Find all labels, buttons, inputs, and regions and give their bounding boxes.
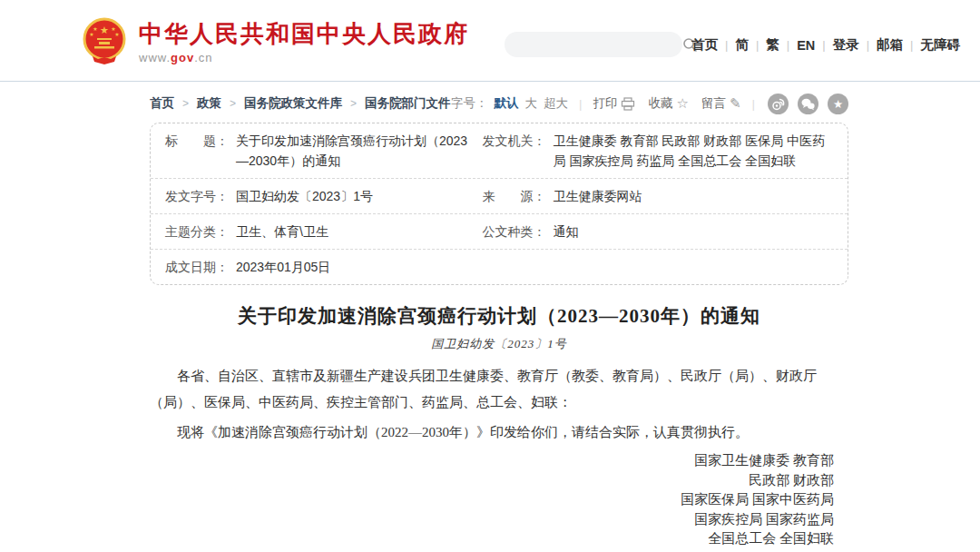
nav-english[interactable]: EN bbox=[797, 38, 815, 53]
font-size-xlarge[interactable]: 超大 bbox=[544, 95, 568, 112]
favorites-share-button[interactable]: ★ bbox=[828, 94, 848, 114]
nav-separator: | bbox=[822, 38, 825, 52]
breadcrumb-policy[interactable]: 政策 bbox=[197, 95, 221, 112]
font-size-large[interactable]: 大 bbox=[524, 95, 537, 112]
top-nav: 首页 | 简 | 繁 | EN | 登录 | 邮箱 | 无障碍 bbox=[691, 36, 960, 54]
nav-separator: | bbox=[756, 38, 759, 52]
url-gov: gov bbox=[171, 51, 194, 64]
meta-row-title-agency: 标 题： 关于印发加速消除宫颈癌行动计划（2023—2030年）的通知 发文机关… bbox=[151, 123, 848, 178]
meta-row-category-type: 主题分类： 卫生、体育\卫生 公文种类： 通知 bbox=[151, 213, 848, 249]
font-size-default[interactable]: 默认 bbox=[494, 95, 518, 112]
chevron-right-icon: > bbox=[182, 97, 189, 110]
comment-label: 留言 bbox=[701, 95, 726, 112]
document-title: 关于印发加速消除宫颈癌行动计划（2023—2030年）的通知 bbox=[150, 303, 848, 329]
meta-cell-category: 主题分类： 卫生、体育\卫生 bbox=[165, 214, 483, 249]
document-meta-table: 标 题： 关于印发加速消除宫颈癌行动计划（2023—2030年）的通知 发文机关… bbox=[150, 123, 848, 285]
nav-mail[interactable]: 邮箱 bbox=[877, 36, 903, 54]
breadcrumb: 首页 > 政策 > 国务院政策文件库 > 国务院部门文件 bbox=[150, 95, 451, 112]
star-icon: ☆ bbox=[676, 95, 688, 112]
site-header: ★ ★ ★ ★ ★ 中华人民共和国中央人民政府 www.gov.cn 首页 | … bbox=[0, 0, 980, 82]
meta-label-category: 主题分类： bbox=[165, 222, 229, 242]
nav-traditional[interactable]: 繁 bbox=[766, 36, 779, 54]
nav-separator: | bbox=[787, 38, 789, 52]
wechat-share-button[interactable] bbox=[798, 94, 818, 114]
print-button[interactable]: 打印 bbox=[593, 95, 635, 112]
chevron-right-icon: > bbox=[350, 97, 357, 110]
pencil-icon: ✎ bbox=[730, 95, 741, 112]
breadcrumb-home[interactable]: 首页 bbox=[150, 95, 174, 112]
meta-label-doc-type: 公文种类： bbox=[483, 222, 546, 242]
weibo-icon bbox=[768, 94, 789, 114]
site-url: www.gov.cn bbox=[139, 51, 469, 64]
print-label: 打印 bbox=[593, 95, 617, 112]
meta-cell-empty bbox=[483, 250, 833, 284]
meta-value-category: 卫生、体育\卫生 bbox=[236, 222, 328, 242]
url-www: www. bbox=[139, 51, 171, 64]
nav-simplified[interactable]: 简 bbox=[735, 36, 749, 54]
nav-separator: | bbox=[910, 38, 913, 52]
signature-line: 民政部 财政部 bbox=[150, 471, 834, 491]
share-group: ★ bbox=[768, 94, 848, 114]
document-paragraph: 各省、自治区、直辖市及新疆生产建设兵团卫生健康委、教育厅（教委、教育局）、民政厅… bbox=[150, 363, 848, 416]
signature-line: 国家医保局 国家中医药局 bbox=[150, 490, 834, 510]
font-size-control: 字号： 默认 大 超大 bbox=[451, 95, 568, 112]
signature-line: 国家卫生健康委 教育部 bbox=[150, 451, 834, 471]
breadcrumb-policy-library[interactable]: 国务院政策文件库 bbox=[244, 95, 342, 112]
star-circle-icon: ★ bbox=[828, 94, 848, 114]
printer-icon bbox=[621, 97, 635, 111]
national-emblem-icon: ★ ★ ★ ★ ★ bbox=[80, 16, 129, 67]
signature-line: 国家疾控局 国家药监局 bbox=[150, 510, 834, 530]
svg-text:★: ★ bbox=[89, 32, 93, 37]
svg-text:★: ★ bbox=[100, 25, 109, 35]
document-paragraph: 现将《加速消除宫颈癌行动计划（2022—2030年）》印发给你们，请结合实际，认… bbox=[150, 419, 848, 446]
site-title: 中华人民共和国中央人民政府 bbox=[139, 20, 469, 47]
meta-value-date: 2023年01月05日 bbox=[236, 257, 330, 277]
meta-cell-issuing-agency: 发文机关： 卫生健康委 教育部 民政部 财政部 医保局 中医药局 国家疾控局 药… bbox=[483, 123, 833, 178]
document-body: 关于印发加速消除宫颈癌行动计划（2023—2030年）的通知 国卫妇幼发〔202… bbox=[150, 303, 848, 552]
site-logo-link[interactable]: ★ ★ ★ ★ ★ 中华人民共和国中央人民政府 www.gov.cn bbox=[80, 16, 469, 67]
favorite-button[interactable]: 收藏 ☆ bbox=[648, 95, 688, 112]
meta-row-date: 成文日期： 2023年01月05日 bbox=[151, 249, 848, 284]
meta-cell-title: 标 题： 关于印发加速消除宫颈癌行动计划（2023—2030年）的通知 bbox=[165, 123, 483, 178]
svg-text:★: ★ bbox=[833, 98, 843, 111]
wechat-icon bbox=[798, 94, 818, 114]
toolbar-divider: | bbox=[579, 97, 583, 111]
signature-line: 全国总工会 全国妇联 bbox=[150, 529, 834, 549]
meta-value-source: 卫生健康委网站 bbox=[554, 186, 642, 206]
meta-label-date: 成文日期： bbox=[165, 257, 229, 277]
nav-home[interactable]: 首页 bbox=[691, 36, 718, 54]
chevron-right-icon: > bbox=[230, 97, 236, 110]
meta-cell-doc-number: 发文字号： 国卫妇幼发〔2023〕1号 bbox=[165, 179, 483, 213]
content-area: 首页 > 政策 > 国务院政策文件库 > 国务院部门文件 字号： 默认 大 超大… bbox=[150, 94, 848, 552]
nav-accessibility[interactable]: 无障碍 bbox=[921, 36, 961, 54]
toolbar-divider: | bbox=[751, 97, 755, 111]
meta-label-source: 来 源： bbox=[483, 186, 546, 206]
meta-value-issuing-agency: 卫生健康委 教育部 民政部 财政部 医保局 中医药局 国家疾控局 药监局 全国总… bbox=[554, 131, 833, 171]
site-identity: 中华人民共和国中央人民政府 www.gov.cn bbox=[139, 20, 469, 64]
document-number: 国卫妇幼发〔2023〕1号 bbox=[150, 336, 848, 352]
meta-label-title: 标 题： bbox=[165, 131, 229, 151]
weibo-share-button[interactable] bbox=[768, 94, 789, 114]
signature-date: 2023年1月5日 bbox=[150, 549, 834, 552]
meta-cell-source: 来 源： 卫生健康委网站 bbox=[483, 179, 833, 213]
toolbar: 首页 > 政策 > 国务院政策文件库 > 国务院部门文件 字号： 默认 大 超大… bbox=[150, 94, 848, 113]
meta-row-number-source: 发文字号： 国卫妇幼发〔2023〕1号 来 源： 卫生健康委网站 bbox=[151, 178, 848, 213]
nav-separator: | bbox=[867, 38, 869, 52]
breadcrumb-department-docs[interactable]: 国务院部门文件 bbox=[365, 95, 451, 112]
meta-label-doc-number: 发文字号： bbox=[165, 186, 229, 206]
favorite-label: 收藏 bbox=[648, 95, 672, 112]
toolbar-actions: 打印 收藏 ☆ 留言 ✎ bbox=[593, 95, 740, 112]
nav-separator: | bbox=[725, 38, 728, 52]
meta-cell-doc-type: 公文种类： 通知 bbox=[483, 214, 833, 249]
meta-cell-date: 成文日期： 2023年01月05日 bbox=[165, 250, 483, 284]
signature-block: 国家卫生健康委 教育部 民政部 财政部 国家医保局 国家中医药局 国家疾控局 国… bbox=[150, 451, 848, 552]
url-cn: .cn bbox=[194, 51, 212, 64]
svg-text:★: ★ bbox=[114, 32, 119, 37]
meta-label-issuing-agency: 发文机关： bbox=[483, 131, 546, 151]
search-input[interactable] bbox=[505, 38, 682, 52]
meta-value-doc-type: 通知 bbox=[554, 222, 579, 242]
comment-button[interactable]: 留言 ✎ bbox=[701, 95, 741, 112]
meta-value-doc-number: 国卫妇幼发〔2023〕1号 bbox=[236, 186, 373, 206]
nav-login[interactable]: 登录 bbox=[833, 36, 859, 54]
meta-value-title: 关于印发加速消除宫颈癌行动计划（2023—2030年）的通知 bbox=[236, 131, 470, 171]
